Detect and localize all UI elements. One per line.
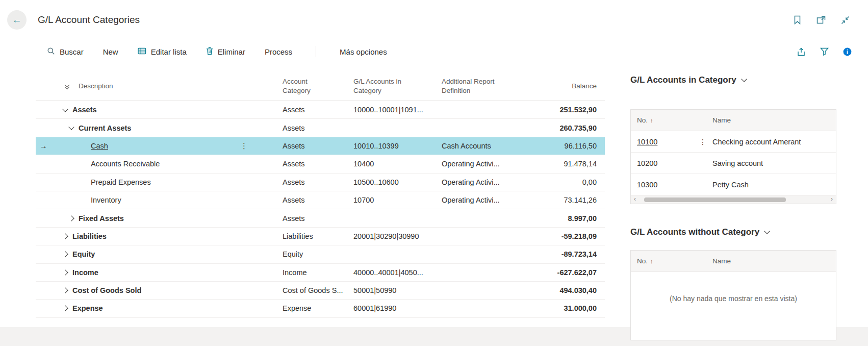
row-description[interactable]: Cost of Goods Sold [72, 286, 141, 294]
account-name: Checking account Amerant [712, 138, 801, 146]
horizontal-scrollbar[interactable]: ‹ › [631, 195, 836, 204]
cell-account-category: Assets [270, 214, 352, 223]
column-no[interactable]: No. [637, 257, 648, 265]
cell-accounts: 10010..10399 [352, 142, 440, 150]
cell-account-category: Assets [270, 178, 352, 186]
account-categories-table: Description Account Category G/L Account… [36, 71, 605, 318]
factbox-row[interactable]: 10200 Saving account [631, 153, 836, 174]
cell-account-category: Cost of Goods S... [270, 286, 352, 294]
ellipsis-icon[interactable]: ⋮ [699, 138, 706, 146]
sort-ascending-icon: ↑ [650, 117, 653, 123]
row-description[interactable]: Expense [72, 304, 103, 312]
table-row[interactable]: Income Income 40000..40001|4050... -627.… [36, 264, 605, 282]
info-icon[interactable] [843, 47, 852, 56]
cell-balance: 31.000,00 [530, 304, 605, 312]
row-description[interactable]: Liabilities [72, 232, 107, 240]
account-no[interactable]: 10300 [637, 181, 657, 189]
delete-button[interactable]: Eliminar [206, 47, 245, 57]
chevron-right-icon[interactable] [62, 233, 68, 239]
scroll-right-icon[interactable]: › [831, 195, 833, 203]
row-description[interactable]: Fixed Assets [79, 214, 124, 223]
table-row[interactable]: Inventory Assets 10700 Operating Activi.… [36, 191, 605, 209]
table-row[interactable]: Equity Equity -89.723,14 [36, 245, 605, 263]
row-description[interactable]: Equity [72, 250, 95, 258]
search-button[interactable]: Buscar [47, 47, 84, 57]
table-row[interactable]: Expense Expense 60001|61990 31.000,00 [36, 300, 605, 317]
search-label: Buscar [60, 47, 84, 56]
column-accounts-in-category[interactable]: G/L Accounts in Category [353, 77, 411, 95]
cell-report-definition: Operating Activi... [440, 196, 530, 204]
table-row[interactable]: Liabilities Liabilities 20001|30290|3099… [36, 228, 605, 245]
column-additional-report-definition[interactable]: Additional Report Definition [442, 77, 506, 95]
more-options-menu[interactable]: Más opciones [340, 47, 387, 56]
account-no-link[interactable]: 10100 [637, 138, 657, 146]
chevron-right-icon[interactable] [62, 269, 68, 275]
scroll-left-icon[interactable]: ‹ [634, 195, 636, 203]
row-description-link[interactable]: Cash [91, 142, 108, 150]
row-description[interactable]: Assets [72, 106, 97, 114]
gl-account-categories-page: ← G/L Account Categories Buscar [0, 0, 868, 346]
row-description[interactable]: Prepaid Expenses [91, 178, 151, 186]
table-row[interactable]: Current Assets Assets 260.735,90 [36, 119, 605, 137]
cell-account-category: Expense [270, 304, 352, 312]
row-description[interactable]: Income [72, 268, 98, 277]
share-icon[interactable] [797, 47, 806, 56]
chevron-down-icon[interactable] [68, 124, 74, 130]
row-description[interactable]: Current Assets [79, 124, 131, 132]
column-name[interactable]: Name [712, 116, 731, 124]
table-row[interactable]: Cost of Goods Sold Cost of Goods S... 50… [36, 282, 605, 300]
factbox-without-category-title[interactable]: G/L Accounts without Category [630, 224, 836, 241]
column-description[interactable]: Description [79, 82, 113, 90]
open-in-window-icon[interactable] [816, 16, 826, 24]
scrollbar-thumb[interactable] [644, 197, 786, 202]
column-balance[interactable]: Balance [530, 82, 605, 90]
chevron-right-icon[interactable] [62, 306, 68, 311]
cell-accounts: 60001|61990 [352, 304, 440, 312]
chevron-down-icon[interactable] [62, 106, 68, 112]
factbox-table-header: No. ↑ Name [631, 251, 836, 272]
factbox-title-label: G/L Accounts without Category [630, 227, 759, 237]
factbox-in-category-title[interactable]: G/L Accounts in Category [630, 71, 836, 89]
factbox-row[interactable]: 10100 ⋮ Checking account Amerant [631, 131, 836, 153]
cell-report-definition: Operating Activi... [440, 160, 530, 168]
cell-accounts: 50001|50990 [352, 286, 440, 294]
ellipsis-icon[interactable]: ⋮ [240, 141, 248, 151]
collapse-all-icon[interactable] [65, 83, 70, 89]
accounts-in-category-table: No. ↑ Name 10100 ⋮ Checking account Amer… [630, 109, 836, 204]
cell-balance: 494.030,40 [530, 286, 605, 294]
table-row[interactable]: Prepaid Expenses Assets 10500..10600 Ope… [36, 174, 605, 191]
account-no[interactable]: 10200 [637, 159, 657, 167]
factbox-row[interactable]: 10300 Petty Cash [631, 174, 836, 195]
back-arrow-icon: ← [12, 14, 22, 26]
accounts-without-category-table: No. ↑ Name (No hay nada que mostrar en e… [630, 250, 836, 340]
cell-account-category: Assets [270, 106, 352, 114]
cell-account-category: Equity [270, 250, 352, 258]
trash-icon [206, 47, 213, 57]
account-name: Saving account [712, 159, 763, 167]
column-account-category[interactable]: Account Category [283, 77, 319, 95]
table-row[interactable]: Accounts Receivable Assets 10400 Operati… [36, 155, 605, 173]
new-button[interactable]: New [103, 47, 118, 56]
cell-balance: 260.735,90 [530, 124, 605, 132]
page-header: ← G/L Account Categories [0, 0, 868, 40]
process-menu[interactable]: Process [265, 47, 292, 56]
table-row[interactable]: Fixed Assets Assets 8.997,00 [36, 209, 605, 227]
chevron-down-icon [741, 76, 747, 82]
chevron-right-icon[interactable] [62, 252, 68, 257]
table-row[interactable]: Assets Assets 10000..10001|1091... 251.5… [36, 101, 605, 119]
bookmark-icon[interactable] [794, 15, 801, 24]
chevron-right-icon[interactable] [62, 287, 68, 293]
edit-list-button[interactable]: Editar lista [138, 47, 187, 57]
chevron-right-icon[interactable] [68, 215, 74, 221]
filter-icon[interactable] [820, 47, 829, 56]
back-button[interactable]: ← [7, 10, 27, 30]
column-no[interactable]: No. [637, 116, 648, 124]
cell-accounts: 40000..40001|4050... [352, 268, 440, 277]
collapse-icon[interactable] [841, 16, 850, 24]
action-bar-divider [316, 46, 316, 57]
table-row-selected[interactable]: → Cash ⋮ Assets 10010..10399 Cash Accoun… [36, 137, 605, 155]
cell-balance: -627.622,07 [530, 268, 605, 277]
column-name[interactable]: Name [712, 257, 731, 265]
row-description[interactable]: Accounts Receivable [91, 160, 160, 168]
row-description[interactable]: Inventory [91, 196, 121, 204]
